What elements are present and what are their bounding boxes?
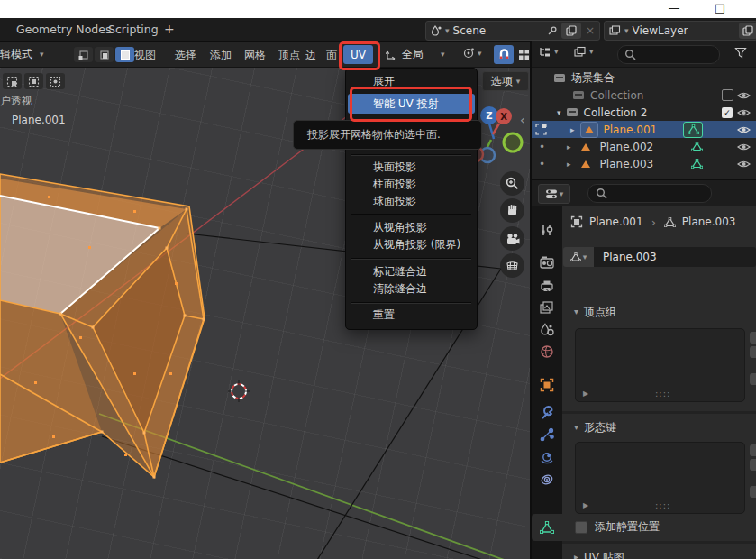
outliner-search[interactable] (617, 45, 720, 64)
menu-face[interactable]: 面 (326, 48, 337, 63)
menu-item-unwrap[interactable]: 展开 (346, 72, 477, 90)
expand-arrow-icon[interactable]: ▾ (557, 108, 561, 117)
plane001-row[interactable]: ▸ Plane.001 (532, 121, 756, 138)
add-workspace-button[interactable]: + (164, 22, 175, 36)
breadcrumb-data[interactable]: Plane.003 (682, 215, 736, 228)
list-resize-grip[interactable]: :::: (655, 500, 670, 510)
zoom-view-button[interactable] (500, 171, 524, 196)
window-minimize-button[interactable]: — (665, 1, 683, 17)
list-resize-grip[interactable]: :::: (655, 389, 670, 399)
eye-icon[interactable] (737, 142, 751, 151)
menu-vertex[interactable]: 顶点 (278, 48, 300, 63)
pin-icon[interactable] (547, 25, 558, 36)
expand-arrow-icon[interactable]: ▸ (567, 160, 571, 169)
add-shape-key-button[interactable] (750, 444, 756, 456)
exclude-checkbox[interactable] (722, 89, 733, 101)
menu-item-smart-uv-project[interactable]: 智能 UV 投射 (348, 94, 475, 114)
plane003-row[interactable]: • ▸ Plane.003 (532, 155, 756, 172)
menu-item-project-from-view-bounds[interactable]: 从视角投影 (限界) (346, 235, 477, 253)
menu-item-clear-seam[interactable]: 清除缝合边 (346, 280, 477, 298)
exclude-checkbox-checked[interactable]: ✓ (722, 107, 733, 118)
viewlayer-icon[interactable] (609, 25, 621, 36)
mesh-id-button[interactable]: ▾ (563, 247, 594, 267)
shape-keys-list[interactable]: ▶ :::: (575, 442, 745, 514)
tab-output[interactable] (532, 274, 562, 298)
viewlayer-dropdown-caret[interactable]: ▾ (624, 27, 629, 35)
display-mode-selector[interactable]: ▾ (574, 46, 594, 58)
window-maximize-button[interactable]: □ (711, 1, 729, 17)
breadcrumb-object[interactable]: Plane.001 (589, 215, 643, 228)
menu-item-reset[interactable]: 重置 (346, 306, 477, 324)
menu-item-project-from-view[interactable]: 从视角投影 (346, 218, 477, 236)
list-expand-icon[interactable]: ▶ (583, 389, 588, 398)
tab-constraints[interactable] (532, 468, 562, 491)
toggle-ortho-button[interactable] (500, 253, 524, 278)
menu-select[interactable]: 选择 (175, 48, 196, 63)
filter-button[interactable] (734, 47, 747, 59)
tab-particles[interactable] (532, 423, 562, 446)
vertex-group-specials-button[interactable] (750, 373, 756, 385)
menu-item-cube-projection[interactable]: 块面投影 (346, 158, 477, 176)
face-select-button[interactable] (115, 47, 134, 62)
orientation-selector[interactable]: 全局 ▾ (386, 46, 445, 63)
scene-collection-row[interactable]: 场景集合 (532, 69, 756, 87)
snap-toggle-button[interactable] (494, 45, 514, 64)
select-box-tool-button[interactable] (24, 73, 43, 89)
menu-edge[interactable]: 边 (305, 48, 316, 63)
tab-world[interactable] (532, 340, 562, 363)
camera-view-button[interactable] (500, 226, 524, 251)
pivot-selector[interactable]: ▾ (462, 47, 482, 60)
scene-dropdown-caret[interactable]: ▾ (445, 27, 450, 35)
properties-search[interactable] (587, 184, 712, 203)
list-expand-icon[interactable]: ▶ (583, 501, 588, 509)
collection2-row[interactable]: ▾ Collection 2 ✓ (532, 104, 756, 121)
menu-item-cylinder-projection[interactable]: 柱面投影 (346, 175, 477, 193)
eye-icon[interactable] (737, 160, 751, 169)
mesh-name-field[interactable]: Plane.003 (594, 247, 756, 267)
vertex-groups-panel-header[interactable]: ▾ 顶点组 (562, 303, 756, 321)
tweak-tool-button[interactable] (3, 73, 22, 89)
tab-modifiers[interactable] (532, 400, 562, 424)
tab-view-layer[interactable] (532, 296, 562, 319)
plane002-row[interactable]: • ▸ Plane.002 (532, 138, 756, 155)
object-icon[interactable] (570, 215, 583, 228)
menu-view[interactable]: 视图 (134, 48, 156, 63)
tab-render[interactable] (532, 251, 562, 274)
shape-keys-panel-header[interactable]: ▾ 形态键 (562, 418, 756, 436)
pan-view-button[interactable] (500, 198, 524, 223)
edge-select-button[interactable] (95, 47, 114, 62)
remove-shape-key-button[interactable] (750, 459, 756, 471)
new-scene-button[interactable] (561, 23, 581, 39)
expand-arrow-icon[interactable]: ▸ (567, 142, 571, 151)
scene-icon[interactable] (431, 25, 442, 36)
menu-uv[interactable]: UV (343, 45, 373, 64)
new-viewlayer-button[interactable] (739, 23, 756, 39)
tab-physics[interactable] (532, 445, 562, 469)
unlink-scene-button[interactable]: × (586, 24, 595, 37)
menu-item-mark-seam[interactable]: 标记缝合边 (346, 262, 477, 280)
tab-geometry-nodes[interactable]: Geometry Nodes (16, 23, 111, 36)
mode-selector[interactable]: 辑模式 ▾ (0, 46, 70, 63)
editor-type-selector[interactable]: ▾ (538, 184, 570, 204)
options-button[interactable]: 选项 ▾ (482, 71, 529, 91)
menu-mesh[interactable]: 网格 (244, 48, 266, 63)
uv-maps-panel-header[interactable]: ▸ UV 贴图 (562, 548, 756, 559)
tab-tool[interactable] (532, 218, 562, 242)
eye-icon[interactable] (737, 125, 751, 134)
vertex-select-button[interactable] (74, 47, 93, 62)
sidebar-collapse-icon[interactable]: ‹ (520, 113, 525, 127)
expand-arrow-icon[interactable]: ▸ (570, 125, 575, 134)
scene-name[interactable]: Scene (453, 24, 547, 37)
tab-scene[interactable] (532, 317, 562, 341)
vertex-groups-list[interactable]: ▶ :::: (575, 328, 745, 402)
shape-key-specials-button[interactable] (750, 486, 756, 498)
editor-type-selector[interactable]: ▾ (539, 46, 559, 58)
menu-item-sphere-projection[interactable]: 球面投影 (346, 192, 477, 210)
add-vertex-group-button[interactable] (750, 332, 756, 344)
select-circle-tool-button[interactable] (46, 73, 65, 89)
collection-row[interactable]: Collection (532, 87, 756, 104)
viewport-3d[interactable]: Z X 户透视 Plane.001 选项 ▾ ‹ 展开 (0, 68, 530, 559)
tab-data-selected[interactable] (532, 514, 562, 541)
eye-icon[interactable] (737, 108, 751, 117)
tab-object[interactable] (532, 373, 562, 397)
